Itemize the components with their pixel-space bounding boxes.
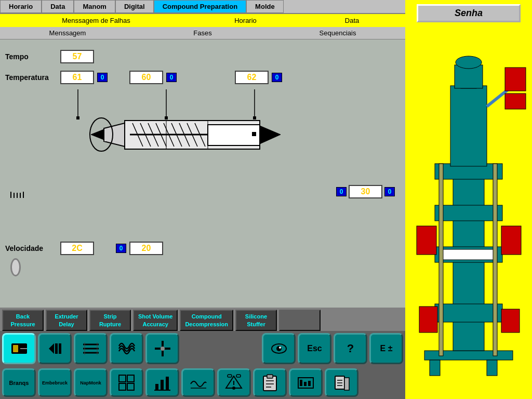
tab-data[interactable]: Data [42, 0, 74, 13]
edit-button[interactable] [325, 368, 358, 397]
nav-data2[interactable]: Data [299, 15, 405, 26]
svg-rect-55 [228, 375, 232, 377]
svg-point-39 [161, 347, 165, 351]
icon-buttons-row: Esc ? E ± [0, 331, 405, 366]
svg-rect-5 [165, 116, 168, 119]
napmonk-button[interactable]: NapMonk [74, 368, 108, 397]
waves-button[interactable] [110, 333, 143, 364]
position-right[interactable]: 0 [384, 187, 395, 196]
svg-rect-49 [166, 377, 169, 390]
func-extruder-delay[interactable]: ExtruderDelay [46, 310, 87, 331]
tab-horario[interactable]: Horario [0, 0, 42, 13]
func-silicone[interactable]: SiliconeStuffer [235, 310, 277, 331]
func-compound-decomp[interactable]: CompoundDecompression [180, 310, 233, 331]
svg-rect-64 [304, 382, 307, 386]
tab-molde[interactable]: Molde [246, 0, 284, 13]
position-value[interactable]: 30 [349, 185, 382, 198]
label-buttons-row: Branqs Embebruck NapMonk [0, 366, 405, 399]
content-area: Tempo 57 Temperatura 61 0 60 0 62 0 [0, 39, 405, 308]
tab-manom[interactable]: Manom [74, 0, 115, 13]
func-strip-rupture[interactable]: StripRupture [89, 310, 131, 331]
eye-button[interactable] [262, 333, 296, 364]
bargraph-button[interactable] [289, 368, 323, 397]
tempo-row: Tempo 57 [5, 50, 400, 63]
embebruck-button[interactable]: Embebruck [38, 368, 72, 397]
right-panel: Senha [405, 0, 532, 399]
vel2-value[interactable]: 20 [129, 242, 163, 255]
svg-rect-77 [501, 309, 520, 332]
svg-rect-89 [505, 68, 526, 91]
temperatura-row: Temperatura 61 0 60 0 62 0 [5, 71, 400, 84]
svg-rect-56 [236, 375, 241, 377]
svg-rect-44 [127, 375, 134, 382]
nav-mensagem[interactable]: Menssagem [0, 28, 135, 38]
temp3-blue[interactable]: 0 [272, 73, 282, 82]
svg-rect-43 [119, 375, 126, 382]
temp1-blue[interactable]: 0 [97, 73, 108, 82]
svg-marker-20 [104, 123, 125, 147]
svg-point-92 [456, 56, 482, 69]
rewind-button[interactable] [38, 333, 72, 364]
machine-button[interactable] [2, 333, 36, 364]
vel2-blue[interactable]: 0 [116, 244, 126, 253]
svg-rect-79 [443, 249, 495, 260]
svg-rect-58 [267, 375, 273, 378]
svg-rect-82 [501, 226, 521, 255]
temp1-value[interactable]: 61 [60, 71, 94, 84]
temp3-value[interactable]: 62 [235, 71, 269, 84]
help-button[interactable]: ? [334, 333, 367, 364]
nav-horario2[interactable]: Horario [192, 15, 299, 26]
svg-rect-4 [76, 116, 79, 119]
barchart-button[interactable] [145, 368, 179, 397]
func-shot-volume[interactable]: Shot VolumeAccuracy [133, 310, 178, 331]
nav-sequenciais[interactable]: Sequenciais [270, 28, 405, 38]
velocidade-label: Velocidade [5, 244, 57, 252]
main-panel: Horario Data Manom Digital Compound Prep… [0, 0, 405, 399]
svg-rect-63 [300, 380, 302, 386]
temp2-blue[interactable]: 0 [166, 73, 177, 82]
func-back-pressure[interactable]: BackPressure [2, 310, 44, 331]
function-tabs: BackPressure ExtruderDelay StripRupture … [0, 308, 405, 331]
velocidade-row: Velocidade 2C 0 20 [5, 242, 400, 255]
third-nav: Menssagem Fases Sequenciais [0, 27, 405, 39]
svg-marker-21 [91, 129, 104, 140]
clipboard-button[interactable] [253, 368, 287, 397]
svg-rect-75 [435, 304, 502, 322]
svg-rect-48 [161, 380, 164, 390]
position-left[interactable]: 0 [336, 187, 347, 196]
ruler-ticks [10, 188, 24, 198]
svg-rect-47 [155, 384, 158, 390]
tempo-value[interactable]: 57 [60, 50, 94, 63]
top-nav: Horario Data Manom Digital Compound Prep… [0, 0, 405, 14]
temp2-value[interactable]: 60 [129, 71, 163, 84]
epm-button[interactable]: E ± [369, 333, 403, 364]
tab-compound[interactable]: Compound Preparation [154, 0, 246, 13]
svg-rect-72 [430, 360, 440, 376]
svg-marker-29 [49, 343, 54, 354]
svg-marker-67 [344, 378, 349, 390]
extruder-diagram-container [62, 89, 400, 184]
svg-marker-23 [260, 126, 281, 144]
nav-falhas[interactable]: Menssagem de Falhas [0, 15, 192, 26]
machine-svg [409, 44, 528, 382]
branqs-button[interactable]: Branqs [2, 368, 36, 397]
vel1-value[interactable]: 2C [60, 242, 94, 255]
svg-rect-30 [55, 343, 58, 354]
svg-rect-45 [119, 383, 126, 390]
alarm-button[interactable] [217, 368, 251, 397]
stripes-button[interactable] [74, 333, 108, 364]
svg-rect-71 [424, 351, 513, 360]
wave2-button[interactable] [181, 368, 215, 397]
oval-shape [10, 258, 21, 276]
tempo-label: Tempo [5, 52, 57, 61]
svg-rect-65 [308, 381, 311, 386]
esc-button[interactable]: Esc [298, 333, 331, 364]
tab-digital[interactable]: Digital [115, 0, 154, 13]
svg-rect-46 [127, 383, 134, 390]
cross-button[interactable] [145, 333, 179, 364]
svg-rect-90 [505, 94, 526, 109]
grid-button[interactable] [110, 368, 143, 397]
position-row: 0 30 0 [336, 185, 395, 198]
nav-fases[interactable]: Fases [135, 28, 270, 38]
svg-point-42 [279, 347, 281, 349]
